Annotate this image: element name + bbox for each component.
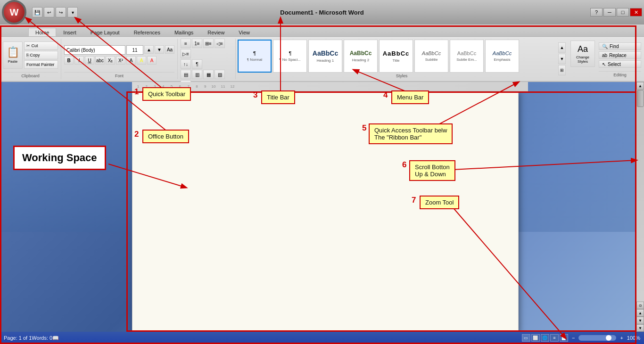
office-button-icon: W xyxy=(10,7,19,18)
cut-label: ✂ Cut xyxy=(26,43,38,48)
change-styles-button[interactable]: Aa ChangeStyles xyxy=(570,41,595,67)
zoom-plus[interactable]: + xyxy=(620,335,623,341)
tab-view[interactable]: View xyxy=(231,28,257,36)
increase-indent-button[interactable]: ▷≡ xyxy=(181,49,191,58)
close-button[interactable]: ✕ xyxy=(630,8,642,16)
office-button[interactable]: W xyxy=(2,0,26,25)
select-label: Select xyxy=(608,62,621,67)
style-subtle-emphasis[interactable]: AaBbCc Subtle Em... xyxy=(450,40,484,73)
paste-label: Paste xyxy=(8,59,17,64)
highlight-button[interactable]: A xyxy=(137,56,146,65)
italic-button[interactable]: I xyxy=(74,56,84,65)
text-effects-button[interactable]: A xyxy=(126,56,136,65)
replace-icon: ab xyxy=(602,53,607,58)
show-formatting-button[interactable]: ¶ xyxy=(192,59,202,69)
status-bar: Page: 1 of 1 Words: 0 📖 ▭ ⬜ 🌐 ≡ 📄 − + 10… xyxy=(0,332,644,344)
paste-button[interactable]: 📋 Paste xyxy=(3,41,23,69)
dropdown-icon: ▾ xyxy=(72,10,74,15)
styles-area: ¶ ¶ Normal ¶ ¶ No Spaci... AaBbCc Headin… xyxy=(236,39,568,79)
undo-icon: ↩ xyxy=(47,10,51,15)
page-info: Page: 1 of 1 xyxy=(4,335,32,341)
align-left-button[interactable]: ▤ xyxy=(181,70,191,79)
styles-label: Styles xyxy=(396,74,408,78)
save-icon: 💾 xyxy=(34,10,40,15)
copy-button[interactable]: ⎘ Copy xyxy=(24,51,58,59)
find-button[interactable]: 🔍 Find xyxy=(599,42,641,50)
zoom-slider[interactable] xyxy=(578,335,616,341)
replace-button[interactable]: ab Replace xyxy=(599,51,641,59)
tab-review[interactable]: Review xyxy=(200,28,231,36)
web-layout-button[interactable]: 🌐 xyxy=(541,334,549,342)
style-heading2[interactable]: AaBbCc Heading 2 xyxy=(344,40,378,73)
select-button[interactable]: ↖ Select xyxy=(599,60,641,68)
redo-icon: ↪ xyxy=(59,10,63,15)
format-painter-button[interactable]: Format Painter xyxy=(24,60,58,69)
superscript-button[interactable]: X² xyxy=(116,56,125,65)
tab-home[interactable]: Home xyxy=(28,28,56,36)
select-icon: ↖ xyxy=(602,62,606,67)
font-size-down-button[interactable]: ▼ xyxy=(155,45,164,54)
scroll-next-button[interactable]: ▼ xyxy=(636,317,644,324)
style-subtitle[interactable]: AaBbCc Subtitle xyxy=(414,40,448,73)
align-right-button[interactable]: ▦ xyxy=(203,70,214,79)
change-styles-label: ChangeStyles xyxy=(576,55,589,64)
font-size-box[interactable]: 11 xyxy=(126,45,143,55)
horizontal-ruler: 1 2 3 4 5 6 7 8 9 10 11 12 xyxy=(132,82,528,91)
scroll-prev-button[interactable]: ▲ xyxy=(636,309,644,317)
find-label: Find xyxy=(610,44,619,49)
clipboard-label: Clipboard xyxy=(3,72,58,79)
bullets-button[interactable]: ≡ xyxy=(181,39,191,48)
editing-label: Editing xyxy=(599,71,641,77)
scroll-thumb[interactable] xyxy=(637,90,644,107)
styles-more-button[interactable]: ⊞ xyxy=(558,65,566,75)
zoom-minus[interactable]: − xyxy=(572,335,575,341)
tab-insert[interactable]: Insert xyxy=(56,28,83,36)
styles-scroll-up[interactable]: ▲ xyxy=(558,42,566,53)
style-heading1[interactable]: AaBbCc Heading 1 xyxy=(308,40,342,73)
redo-button[interactable]: ↪ xyxy=(56,7,66,17)
multilevel-button[interactable]: ⊞≡ xyxy=(203,39,214,48)
tab-references[interactable]: References xyxy=(127,28,167,36)
qa-dropdown-button[interactable]: ▾ xyxy=(67,7,78,17)
scroll-up-button[interactable]: ▲ xyxy=(636,82,644,90)
replace-label: Replace xyxy=(609,53,627,58)
tab-page-layout[interactable]: Page Layout xyxy=(83,28,127,36)
font-name-box[interactable]: Calibri (Body) xyxy=(64,45,125,55)
center-button[interactable]: ▥ xyxy=(192,70,202,79)
tab-mailings[interactable]: Mailings xyxy=(167,28,200,36)
minimize-button[interactable]: ─ xyxy=(603,8,616,16)
restore-button[interactable]: □ xyxy=(617,8,629,16)
word-count: Words: 0 xyxy=(32,335,52,341)
save-button[interactable]: 💾 xyxy=(32,7,42,17)
document-page[interactable] xyxy=(132,91,519,332)
print-layout-button[interactable]: ▭ xyxy=(522,334,530,342)
full-screen-button[interactable]: ⬜ xyxy=(531,334,540,342)
strikethrough-button[interactable]: abc xyxy=(95,56,105,65)
underline-button[interactable]: U xyxy=(85,56,94,65)
sort-button[interactable]: ↑↓ xyxy=(181,59,191,69)
help-button[interactable]: ? xyxy=(590,8,603,16)
font-label: Font xyxy=(64,72,174,79)
justify-button[interactable]: ▧ xyxy=(215,70,225,79)
style-emphasis[interactable]: AaBbCc Emphasis xyxy=(485,40,519,73)
scroll-select-button[interactable]: ⊙ xyxy=(636,302,644,309)
undo-button[interactable]: ↩ xyxy=(44,7,54,17)
numbering-button[interactable]: 1≡ xyxy=(192,39,202,48)
decrease-indent-button[interactable]: ◁≡ xyxy=(215,39,225,48)
font-name-value: Calibri (Body) xyxy=(66,48,95,53)
change-case-button[interactable]: Aa xyxy=(165,45,174,54)
copy-label: ⎘ Copy xyxy=(26,53,40,57)
cut-button[interactable]: ✂ Cut xyxy=(24,41,58,50)
outline-button[interactable]: ≡ xyxy=(550,334,559,342)
language-icon[interactable]: 📖 xyxy=(52,335,59,341)
styles-scroll-down[interactable]: ▼ xyxy=(558,54,566,64)
style-title[interactable]: AaBbCc Title xyxy=(379,40,413,73)
font-size-up-button[interactable]: ▲ xyxy=(144,45,154,54)
style-normal[interactable]: ¶ ¶ Normal xyxy=(238,40,272,73)
scroll-down-button[interactable]: ▼ xyxy=(636,324,644,332)
draft-button[interactable]: 📄 xyxy=(560,334,568,342)
font-color-button[interactable]: A xyxy=(147,56,157,65)
subscript-button[interactable]: X₂ xyxy=(106,56,115,65)
bold-button[interactable]: B xyxy=(64,56,74,65)
style-no-spacing[interactable]: ¶ ¶ No Spaci... xyxy=(273,40,307,73)
